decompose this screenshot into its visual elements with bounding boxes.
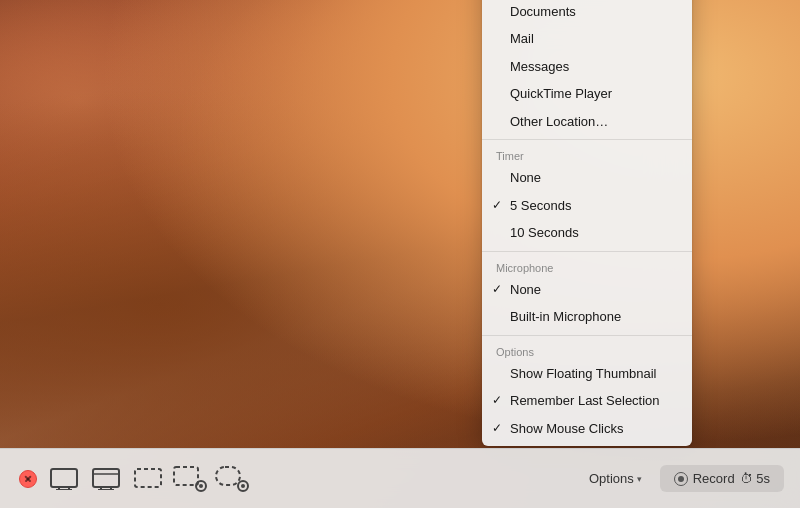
record-fullscreen-icon <box>215 466 249 492</box>
svg-rect-13 <box>216 467 240 485</box>
menu-separator-1 <box>482 139 692 140</box>
menu-item-show-thumbnail[interactable]: Show Floating Thumbnail <box>482 360 692 388</box>
menu-item-documents[interactable]: Documents <box>482 0 692 25</box>
menu-item-mail[interactable]: Mail <box>482 25 692 53</box>
close-button[interactable] <box>16 467 40 491</box>
timer-header: Timer <box>482 144 692 164</box>
options-submenu-header: Options <box>482 340 692 360</box>
menu-item-show-mouse[interactable]: Show Mouse Clicks <box>482 415 692 443</box>
menu-separator-2 <box>482 251 692 252</box>
menu-item-remember-selection[interactable]: Remember Last Selection <box>482 387 692 415</box>
capture-selection-button[interactable] <box>130 461 166 497</box>
capture-fullscreen-button[interactable] <box>46 461 82 497</box>
record-fullscreen-button[interactable] <box>214 461 250 497</box>
menu-separator-3 <box>482 335 692 336</box>
svg-point-12 <box>199 484 203 488</box>
microphone-header: Microphone <box>482 256 692 276</box>
screenshot-toolbar: Options ▾ Record ⏱ 5s <box>0 448 800 508</box>
menu-item-other-location[interactable]: Other Location… <box>482 108 692 136</box>
record-circle-icon <box>674 472 688 486</box>
options-context-menu: Save to Desktop Documents Mail Messages … <box>482 0 692 446</box>
menu-item-messages[interactable]: Messages <box>482 53 692 81</box>
svg-rect-9 <box>135 469 161 487</box>
toolbar-right: Options ▾ Record ⏱ 5s <box>579 465 784 492</box>
menu-item-quicktime[interactable]: QuickTime Player <box>482 80 692 108</box>
svg-rect-4 <box>93 469 119 487</box>
menu-item-timer-10[interactable]: 10 Seconds <box>482 219 692 247</box>
record-button[interactable]: Record ⏱ 5s <box>660 465 784 492</box>
fullscreen-icon <box>50 468 78 490</box>
options-label: Options <box>589 471 634 486</box>
svg-rect-10 <box>174 467 198 485</box>
menu-item-mic-builtin[interactable]: Built-in Microphone <box>482 303 692 331</box>
record-label: Record <box>693 471 735 486</box>
window-icon <box>92 468 120 490</box>
selection-icon <box>134 468 162 490</box>
close-circle-icon[interactable] <box>19 470 37 488</box>
capture-window-button[interactable] <box>88 461 124 497</box>
menu-item-mic-none[interactable]: None <box>482 276 692 304</box>
record-with-camera-button[interactable] <box>172 461 208 497</box>
chevron-down-icon: ▾ <box>637 474 642 484</box>
record-camera-icon <box>173 466 207 492</box>
toolbar-tools <box>16 461 575 497</box>
svg-point-15 <box>241 484 245 488</box>
options-button[interactable]: Options ▾ <box>579 466 652 491</box>
svg-rect-0 <box>51 469 77 487</box>
menu-item-timer-none[interactable]: None <box>482 164 692 192</box>
record-timer-label: ⏱ 5s <box>740 471 770 486</box>
menu-item-timer-5[interactable]: 5 Seconds <box>482 192 692 220</box>
